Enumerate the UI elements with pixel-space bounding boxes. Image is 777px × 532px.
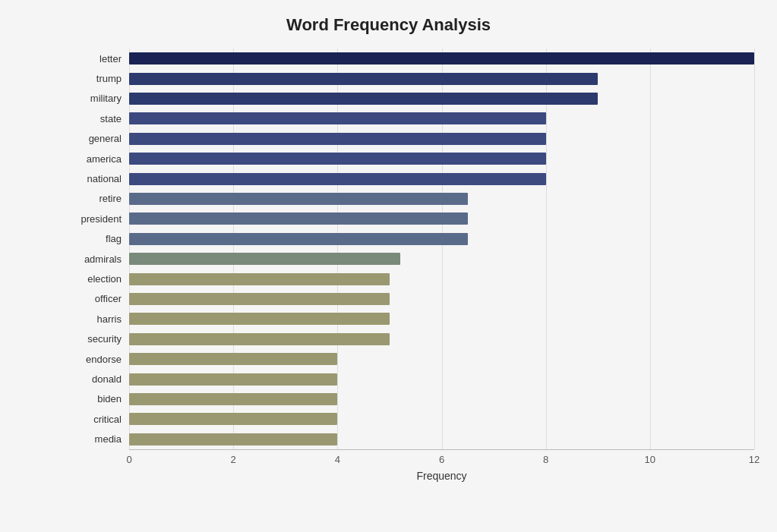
x-tick: 12: [749, 454, 760, 465]
bar-label: america: [68, 153, 129, 165]
bar-row: donald: [129, 369, 754, 389]
bar-row: trump: [129, 68, 754, 88]
chart-inner: lettertrumpmilitarystategeneralamericana…: [129, 49, 754, 482]
bar: [129, 173, 546, 185]
bar: [129, 333, 390, 345]
bar: [129, 193, 468, 205]
bar: [129, 373, 337, 386]
bar: [129, 153, 546, 165]
bar-label: retire: [68, 193, 129, 204]
bar: [129, 313, 390, 325]
bar-label: admirals: [68, 253, 129, 265]
bar: [129, 253, 400, 265]
bar: [129, 353, 337, 365]
bar-label: donald: [68, 373, 129, 385]
bar-label: letter: [68, 53, 129, 65]
bar-row: president: [129, 209, 754, 228]
bar-label: general: [68, 133, 129, 144]
bar-row: officer: [129, 289, 754, 309]
bar: [129, 212, 468, 225]
x-axis-label: Frequency: [129, 470, 754, 482]
bar-label: security: [68, 333, 129, 345]
bar-row: state: [129, 109, 754, 128]
bar: [129, 73, 598, 85]
bar-label: national: [68, 173, 129, 184]
bar: [129, 433, 337, 445]
bar: [129, 273, 390, 285]
bar-row: letter: [129, 49, 754, 68]
x-ticks-row: 024681012: [129, 450, 754, 465]
bar-row: biden: [129, 389, 754, 409]
x-tick: 4: [335, 454, 340, 465]
bar-label: endorse: [68, 354, 129, 365]
bar: [129, 393, 337, 405]
bar-label: election: [68, 273, 129, 285]
x-tick: 6: [439, 454, 444, 465]
bar-row: military: [129, 89, 754, 109]
x-tick: 8: [543, 454, 548, 465]
bar-row: security: [129, 329, 754, 349]
bar: [129, 93, 598, 105]
bar: [129, 413, 337, 425]
bar: [129, 133, 546, 145]
bar-row: flag: [129, 229, 754, 249]
bar-label: flag: [68, 233, 129, 244]
bar-label: military: [68, 93, 129, 104]
bar-row: admirals: [129, 249, 754, 269]
chart-title: Word Frequency Analysis: [23, 15, 754, 35]
bar-row: endorse: [129, 349, 754, 369]
bar-row: general: [129, 129, 754, 149]
bar-label: officer: [68, 293, 129, 304]
bar-label: biden: [68, 393, 129, 405]
bar-row: election: [129, 269, 754, 288]
bar-row: national: [129, 168, 754, 188]
chart-container: Word Frequency Analysis lettertrumpmilit…: [0, 0, 777, 532]
bar-label: president: [68, 213, 129, 225]
bar: [129, 293, 390, 305]
bar: [129, 52, 754, 65]
x-tick: 10: [645, 454, 655, 465]
x-tick: 2: [231, 454, 236, 465]
bar-label: critical: [68, 414, 129, 425]
bar-label: trump: [68, 73, 129, 84]
bar-label: harris: [68, 313, 129, 325]
bar-row: harris: [129, 309, 754, 329]
grid-line: [754, 49, 755, 449]
bar-row: america: [129, 149, 754, 168]
bar-label: state: [68, 113, 129, 124]
bar-row: critical: [129, 409, 754, 429]
bar: [129, 233, 468, 245]
bar: [129, 112, 546, 124]
bar-row: retire: [129, 189, 754, 209]
bars-container: lettertrumpmilitarystategeneralamericana…: [129, 49, 754, 449]
bar-row: media: [129, 430, 754, 449]
bar-label: media: [68, 433, 129, 445]
x-tick: 0: [126, 454, 131, 465]
